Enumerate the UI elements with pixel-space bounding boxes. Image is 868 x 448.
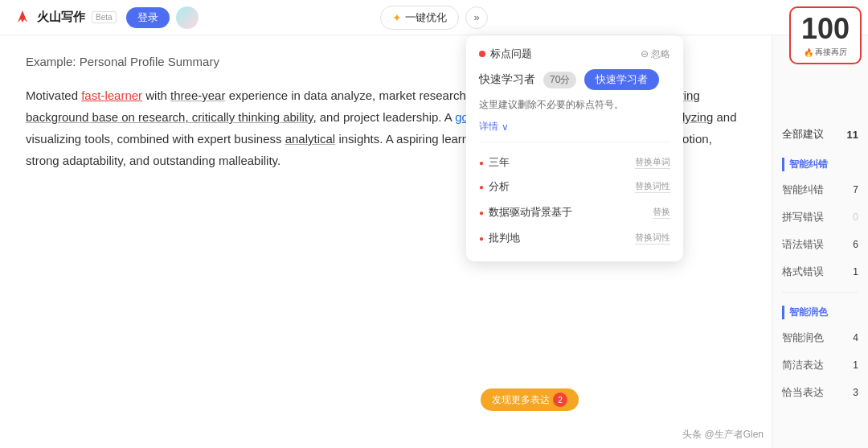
dot-icon: ● [479, 208, 484, 217]
sidebar-header-label: 全部建议 [782, 127, 824, 142]
dot-red [479, 51, 485, 57]
popup-header: 标点问题 ⊖ 忽略 [479, 47, 670, 61]
optimize-button[interactable]: ✦ 一键优化 [380, 6, 459, 30]
login-button[interactable]: 登录 [126, 7, 170, 28]
logo-icon [13, 8, 32, 27]
sidebar-header: 全部建议 11 [782, 127, 858, 142]
popup-item-sannian[interactable]: ● 三年 替换单词 [479, 150, 670, 175]
main-layout: Example: Personal Profile Summary Motiva… [0, 35, 868, 448]
divider [782, 292, 858, 293]
logo-area: 火山写作 Beta [13, 8, 117, 27]
underline-three-year: three-year [170, 88, 225, 102]
word-original: 快速学习者 [479, 72, 535, 87]
sidebar-item-count: 3 [853, 387, 858, 398]
logo-text: 火山写作 [37, 10, 85, 25]
word-score: 70分 [543, 72, 576, 88]
sidebar-item-count: 7 [853, 184, 858, 195]
popup-desc: 这里建议删除不必要的标点符号。 [479, 98, 670, 112]
detail-label: 详情 [479, 120, 498, 134]
sidebar-item-count: 6 [853, 239, 858, 250]
bottom-area: 💡 点击查看改写建议，发现更多表达 发现更多表达 2 [474, 388, 579, 411]
sidebar-item-label: 恰当表达 [782, 385, 824, 400]
beta-badge: Beta [92, 11, 117, 23]
sidebar-item-label: 格式错误 [782, 265, 824, 279]
underline-analytical: analytical [285, 132, 336, 146]
fire-icon: 🔥 [804, 48, 813, 57]
sidebar-item-count: 1 [853, 360, 858, 371]
popup-detail-button[interactable]: 详情 ∨ [479, 120, 670, 134]
sidebar-item-zhinen-jiucuo[interactable]: 智能纠错 7 [782, 179, 858, 200]
word-suggestion-button[interactable]: 快速学习者 [584, 69, 659, 90]
sidebar-item-count: 0 [853, 212, 858, 223]
suggestion-popup: 标点问题 ⊖ 忽略 快速学习者 70分 快速学习者 这里建议删除不必要的标点符号… [466, 35, 683, 261]
more-button[interactable]: » [465, 6, 488, 29]
sidebar-header-count: 11 [847, 129, 858, 141]
sidebar-section-zhinen-jiucuo[interactable]: 智能纠错 [782, 158, 858, 171]
popup-tag-label: 标点问题 [490, 47, 532, 61]
topbar: 火山写作 Beta 登录 ✦ 一键优化 » 全部建议 11 [0, 0, 868, 35]
popup-item-data[interactable]: ● 数据驱动背景基于 替换 [479, 199, 670, 226]
popup-words: 快速学习者 70分 快速学习者 [479, 69, 670, 90]
popup-ignore-button[interactable]: ⊖ 忽略 [641, 47, 670, 61]
score-number: 100 [796, 14, 855, 43]
dot-icon: ● [479, 158, 484, 167]
sidebar-item-label: 智能润色 [782, 331, 824, 345]
sidebar-item-qiadang[interactable]: 恰当表达 3 [782, 382, 858, 403]
sidebar-item-jianjie[interactable]: 简洁表达 1 [782, 355, 858, 376]
right-sidebar: 100 🔥 再接再厉 全部建议 11 智能纠错 智能纠错 7 拼写错误 0 语法… [772, 35, 868, 448]
sidebar-item-geshi[interactable]: 格式错误 1 [782, 261, 858, 282]
popup-tag: 标点问题 [479, 47, 532, 61]
topbar-center: ✦ 一键优化 » [380, 6, 488, 30]
popup-divider [479, 142, 670, 142]
star-icon: ✦ [392, 11, 402, 24]
highlight-fast-learner: fast-learner [81, 88, 142, 102]
popup-item-pipan[interactable]: ● 批判地 替换词性 [479, 226, 670, 250]
popup-item-fenxi[interactable]: ● 分析 替换词性 [479, 175, 670, 199]
avatar [176, 6, 199, 29]
chevron-down-icon: ∨ [502, 121, 509, 133]
score-sub: 🔥 再接再厉 [796, 47, 855, 58]
score-card: 100 🔥 再接再厉 [789, 6, 862, 64]
sidebar-item-label: 简洁表达 [782, 358, 824, 372]
sidebar-item-runse[interactable]: 智能润色 4 [782, 327, 858, 348]
circle-minus-icon: ⊖ [641, 48, 649, 60]
discover-label: 发现更多表达 [492, 393, 550, 407]
sidebar-item-count: 4 [853, 332, 858, 343]
sidebar-item-pinxie[interactable]: 拼写错误 0 [782, 207, 858, 228]
optimize-label: 一键优化 [405, 10, 447, 25]
dot-icon: ● [479, 234, 484, 243]
score-sub-text: 再接再厉 [815, 47, 847, 58]
discover-button[interactable]: 发现更多表达 2 [481, 388, 579, 411]
sidebar-section-runse[interactable]: 智能润色 [782, 306, 858, 319]
discover-badge: 2 [553, 393, 567, 407]
sidebar-item-label: 智能纠错 [782, 183, 824, 197]
dot-icon: ● [479, 183, 484, 191]
sidebar-item-label: 语法错误 [782, 237, 824, 252]
sidebar-item-yufa[interactable]: 语法错误 6 [782, 234, 858, 255]
sidebar-item-count: 1 [853, 266, 858, 277]
sidebar-item-label: 拼写错误 [782, 210, 824, 224]
watermark: 头条 @生产者Glen [682, 428, 764, 442]
